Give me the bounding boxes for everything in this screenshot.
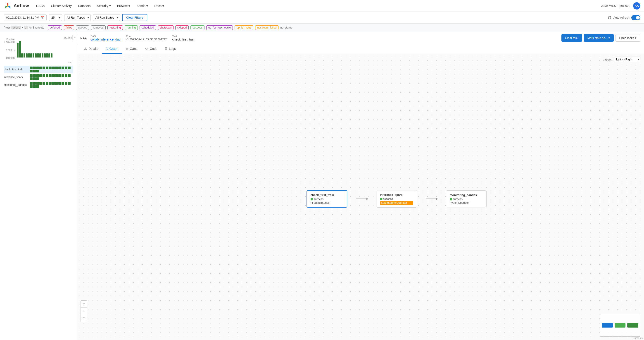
task-row-inference-spark[interactable]: inference_spark (4, 73, 73, 81)
task-square (62, 67, 64, 69)
gantt-icon: ▦ (126, 47, 128, 51)
filter-tasks-button[interactable]: Filter Tasks ▾ (616, 34, 640, 42)
zoom-fit-button[interactable]: ⛶ (81, 315, 87, 322)
chart-bar[interactable] (44, 54, 46, 58)
zoom-controls: + − ⛶ (80, 300, 87, 322)
task-square (33, 67, 36, 69)
graph-icon: ⬡ (106, 47, 108, 51)
task-square (36, 70, 39, 73)
user-avatar[interactable]: AA (633, 2, 640, 10)
chevron-down-icon: ▾ (608, 36, 610, 40)
nav-datasets[interactable]: Datasets (75, 2, 93, 10)
badge-up-retry[interactable]: up_for_retry (234, 25, 253, 30)
chart-bar[interactable] (30, 54, 32, 58)
nav-docs[interactable]: Docs ▾ (152, 2, 167, 10)
current-time: 23:36 WEST (+01:00) (601, 4, 630, 8)
count-select[interactable]: 25 50 100 (49, 14, 62, 21)
badge-upstream-failed[interactable]: upstream_failed (255, 25, 278, 30)
status-dot (450, 198, 452, 200)
zoom-in-button[interactable]: + (81, 301, 87, 307)
graph-node-inference-spark[interactable]: inference_spark success SparkSubmitOpera… (376, 190, 417, 208)
dag-value[interactable]: collab_inference_dag (90, 38, 120, 41)
collapse-button[interactable]: « (72, 35, 77, 40)
task-row-monitoring-pandas[interactable]: monitoring_pandas (4, 81, 73, 89)
time-low: 00:00:00 (6, 57, 15, 59)
minimap-node-3 (627, 323, 638, 327)
chart-bar[interactable] (26, 54, 28, 58)
layout-select[interactable]: Left -> Right Top -> Bottom (614, 57, 640, 62)
badge-removed[interactable]: removed (91, 25, 106, 30)
task-square (46, 82, 48, 85)
run-types-select[interactable]: All Run Types (64, 14, 91, 21)
run-value: ⏱2023-09-19, 22:30:51 WEST (126, 38, 167, 41)
dag-info-task: Task check_first_train (172, 35, 196, 41)
chart-bar[interactable] (46, 54, 48, 58)
date-value: 09/19/2023, 11:34:31 PM (6, 16, 39, 19)
task-row-check-first-train[interactable]: check_first_train (4, 66, 73, 73)
nav-arrow-right[interactable]: ▸▸ (83, 36, 87, 40)
task-square (55, 74, 58, 77)
zoom-out-button[interactable]: − (81, 308, 87, 314)
auto-refresh-toggle[interactable] (631, 15, 640, 20)
task-square (33, 82, 36, 85)
chart-bar[interactable] (39, 54, 41, 58)
app-logo[interactable]: Airflow (4, 2, 29, 10)
run-states-select[interactable]: All Run States (93, 14, 120, 21)
nav-dags[interactable]: DAGs (34, 2, 47, 10)
mark-state-button[interactable]: Mark state as... ▾ (584, 34, 614, 42)
tab-logs[interactable]: ☰ Logs (161, 44, 180, 54)
chevron-down-icon: ▾ (109, 4, 111, 8)
badge-success[interactable]: success (190, 25, 204, 30)
badge-shutdown[interactable]: shutdown (158, 25, 174, 30)
filter-bar: 09/19/2023, 11:34:31 PM 📅 25 50 100 All … (0, 12, 644, 24)
badge-scheduled[interactable]: scheduled (140, 25, 156, 30)
tab-gantt[interactable]: ▦ Gantt (122, 44, 141, 54)
badge-restarting[interactable]: restarting (108, 25, 123, 30)
nav-cluster-activity[interactable]: Cluster Activity (48, 2, 74, 10)
graph-node-monitoring-pandas[interactable]: monitoring_pandas success PythonOperator (446, 190, 486, 207)
chart-bar[interactable] (51, 54, 52, 58)
chart-bar[interactable] (32, 54, 34, 58)
graph-node-check-first-train[interactable]: check_first_train success FirstTrainSens… (306, 190, 347, 208)
badge-failed[interactable]: failed (64, 25, 74, 30)
chart-bar[interactable] (24, 54, 25, 58)
chart-bar[interactable] (37, 54, 39, 58)
badge-deferred[interactable]: deferred (48, 25, 62, 30)
chart-bar[interactable] (17, 43, 18, 58)
layout-select-wrapper: Left -> Right Top -> Bottom (614, 57, 640, 62)
chart-bar[interactable] (48, 54, 50, 58)
dag-info-run: Run ⏱2023-09-19, 22:30:51 WEST (126, 35, 167, 41)
date-filter[interactable]: 09/19/2023, 11:34:31 PM 📅 (4, 14, 46, 21)
nav-security[interactable]: Security ▾ (94, 2, 114, 10)
task-square (36, 67, 39, 69)
tab-graph[interactable]: ⬡ Graph (102, 44, 122, 54)
node-title: check_first_train (310, 193, 343, 197)
task-label: Task (172, 35, 196, 38)
badge-running[interactable]: running (125, 25, 138, 30)
chart-bar[interactable] (35, 54, 37, 58)
task-square (58, 74, 61, 77)
tabs: ⚠ Details ⬡ Graph ▦ Gantt <> Code ☰ Logs (77, 44, 644, 54)
clear-filters-button[interactable]: Clear Filters (122, 14, 147, 21)
badge-no-status[interactable]: no_status (280, 26, 292, 29)
nav-arrow-left[interactable]: ▸ (80, 36, 82, 40)
chart-bar[interactable] (28, 54, 30, 58)
task-value: check_first_train (172, 38, 196, 41)
badge-queued[interactable]: queued (76, 25, 89, 30)
tab-code[interactable]: <> Code (141, 44, 161, 54)
nav-browse[interactable]: Browse ▾ (114, 2, 133, 10)
badge-up-reschedule[interactable]: up_for_reschedule (206, 25, 233, 30)
clear-task-button[interactable]: Clear task (562, 34, 582, 42)
nav-admin[interactable]: Admin ▾ (134, 2, 151, 10)
svg-point-4 (7, 5, 8, 7)
task-square (68, 67, 70, 69)
chart-bar[interactable] (21, 54, 23, 58)
badge-skipped[interactable]: skipped (175, 25, 189, 30)
dag-info: DAG collab_inference_dag Run ⏱2023-09-19… (90, 35, 558, 41)
warning-icon: ⚠ (84, 47, 87, 51)
chart-bar[interactable] (42, 54, 44, 58)
tab-details[interactable]: ⚠ Details (80, 44, 102, 54)
react-flow-credit: React Flow (632, 337, 643, 339)
chart-bar[interactable] (19, 41, 21, 58)
auto-refresh-control: Auto-refresh (608, 15, 640, 20)
